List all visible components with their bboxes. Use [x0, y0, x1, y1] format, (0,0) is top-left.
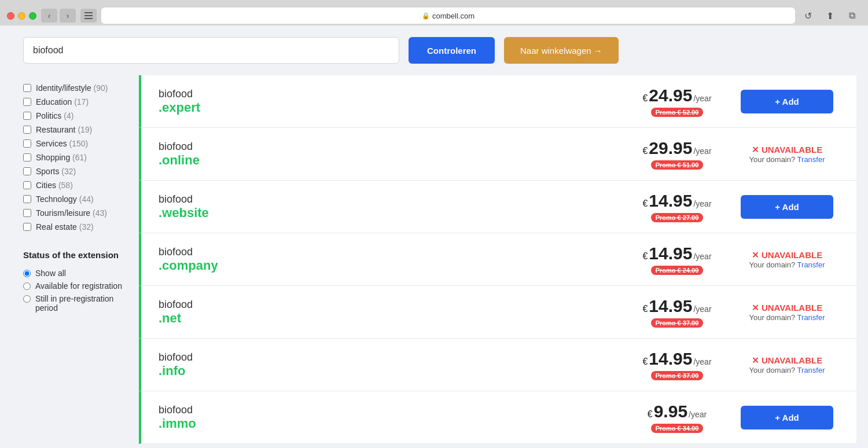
- currency-symbol: €: [642, 357, 648, 367]
- maximize-button[interactable]: [29, 12, 36, 20]
- filter-checkbox[interactable]: [23, 181, 31, 189]
- close-button[interactable]: [7, 12, 14, 20]
- domain-extension: .net: [159, 311, 181, 325]
- filter-item[interactable]: Identity/lifestyle (90): [23, 81, 127, 95]
- status-label: Available for registration: [35, 281, 122, 291]
- status-radio[interactable]: [23, 282, 31, 290]
- winkelwagen-button[interactable]: Naar winkelwagen →: [504, 37, 619, 64]
- url-text: combell.com: [432, 12, 475, 20]
- price-block: € 14.95 /year Promo € 37.00: [631, 349, 723, 380]
- status-radio-item[interactable]: Show all: [23, 267, 127, 280]
- filter-label: Education (17): [36, 97, 89, 107]
- promo-badge: Promo € 37.00: [651, 371, 704, 380]
- action-block: + Add: [735, 195, 839, 219]
- filter-checkbox[interactable]: [23, 112, 31, 120]
- filter-checkbox[interactable]: [23, 98, 31, 106]
- search-bar: Controleren Naar winkelwagen →: [0, 25, 868, 75]
- domain-list: biofood .expert € 24.95 /year Promo € 52…: [139, 75, 856, 444]
- filter-count: (32): [61, 167, 76, 176]
- filter-item[interactable]: Tourism/leisure (43): [23, 206, 127, 220]
- price-block: € 9.95 /year Promo € 34.00: [631, 402, 723, 433]
- status-label: Still in pre-registration period: [35, 294, 127, 313]
- svg-rect-2: [84, 18, 93, 19]
- price-line: € 14.95 /year: [642, 244, 711, 263]
- filter-checkbox[interactable]: [23, 209, 31, 217]
- status-radio-item[interactable]: Available for registration: [23, 280, 127, 292]
- add-button[interactable]: + Add: [741, 406, 833, 429]
- filter-item[interactable]: Shopping (61): [23, 150, 127, 164]
- price-amount: 14.95: [649, 349, 692, 369]
- price-block: € 14.95 /year Promo € 27.00: [631, 191, 723, 222]
- filter-label: Real estate (32): [36, 222, 94, 232]
- filter-checkbox[interactable]: [23, 195, 31, 203]
- status-title: Status of the extension: [23, 250, 127, 260]
- your-domain-text: Your domain? Transfer: [749, 313, 825, 322]
- filter-checkbox[interactable]: [23, 167, 31, 175]
- action-block: ✕ UNAVAILABLE Your domain? Transfer: [735, 250, 839, 269]
- currency-symbol: €: [648, 409, 653, 420]
- transfer-link[interactable]: Transfer: [797, 155, 825, 164]
- promo-badge: Promo € 51.00: [651, 160, 704, 170]
- domain-base: biofood: [159, 299, 193, 310]
- status-section: Status of the extension Show all Availab…: [23, 250, 127, 314]
- forward-button[interactable]: ›: [60, 9, 76, 23]
- domain-extension: .online: [159, 153, 200, 167]
- transfer-link[interactable]: Transfer: [797, 313, 825, 322]
- add-button[interactable]: + Add: [741, 90, 833, 113]
- back-button[interactable]: ‹: [41, 9, 57, 23]
- filter-checkbox[interactable]: [23, 126, 31, 134]
- price-period: /year: [693, 146, 711, 156]
- search-input[interactable]: [23, 37, 399, 64]
- price-line: € 14.95 /year: [642, 191, 711, 211]
- filter-checkbox[interactable]: [23, 84, 31, 92]
- share-button[interactable]: ⬆: [821, 9, 839, 23]
- filter-item[interactable]: Real estate (32): [23, 220, 127, 234]
- filter-count: (61): [72, 153, 87, 162]
- filter-categories: Identity/lifestyle (90) Education (17) P…: [23, 81, 127, 234]
- status-radio[interactable]: [23, 295, 31, 303]
- filter-item[interactable]: Services (150): [23, 137, 127, 150]
- add-button[interactable]: + Add: [741, 195, 833, 219]
- filter-item[interactable]: Education (17): [23, 95, 127, 109]
- address-bar[interactable]: 🔒 combell.com: [101, 8, 795, 24]
- action-block: + Add: [735, 90, 839, 113]
- your-domain-text: Your domain? Transfer: [749, 260, 825, 269]
- reload-button[interactable]: ↺: [800, 9, 816, 23]
- transfer-link[interactable]: Transfer: [797, 366, 825, 374]
- status-radio[interactable]: [23, 270, 31, 277]
- filter-count: (32): [79, 222, 94, 232]
- domain-row: biofood .immo € 9.95 /year Promo € 34.00…: [139, 391, 856, 444]
- filter-item[interactable]: Politics (4): [23, 109, 127, 123]
- svg-rect-1: [84, 15, 93, 16]
- filter-checkbox[interactable]: [23, 139, 31, 148]
- main-layout: Identity/lifestyle (90) Education (17) P…: [0, 75, 868, 448]
- controleren-button[interactable]: Controleren: [409, 37, 495, 64]
- split-button[interactable]: ⧉: [843, 9, 861, 23]
- price-block: € 24.95 /year Promo € 52.00: [631, 86, 723, 117]
- your-domain-text: Your domain? Transfer: [749, 155, 825, 164]
- minimize-button[interactable]: [18, 12, 25, 20]
- promo-badge: Promo € 34.00: [651, 424, 704, 433]
- status-radio-item[interactable]: Still in pre-registration period: [23, 292, 127, 314]
- filter-item[interactable]: Restaurant (19): [23, 123, 127, 137]
- domain-base: biofood: [159, 351, 193, 363]
- filter-item[interactable]: Technology (44): [23, 192, 127, 206]
- transfer-link[interactable]: Transfer: [797, 260, 825, 269]
- currency-symbol: €: [642, 146, 648, 156]
- domain-extension: .company: [159, 258, 218, 273]
- domain-extension: .website: [159, 205, 209, 220]
- status-label: Show all: [35, 269, 66, 278]
- filter-checkbox[interactable]: [23, 153, 31, 161]
- filter-item[interactable]: Sports (32): [23, 164, 127, 178]
- filter-checkbox[interactable]: [23, 223, 31, 231]
- domain-name-block: biofood .expert: [159, 88, 619, 115]
- filter-item[interactable]: Cities (58): [23, 178, 127, 192]
- domain-name-block: biofood .online: [159, 141, 619, 168]
- domain-name-block: biofood .website: [159, 193, 619, 221]
- domain-row: biofood .info € 14.95 /year Promo € 37.0…: [139, 339, 856, 391]
- domain-base: biofood: [159, 141, 193, 152]
- sidebar-toggle-button[interactable]: [80, 9, 97, 23]
- price-block: € 14.95 /year Promo € 37.00: [631, 296, 723, 328]
- filter-label: Sports (32): [36, 167, 76, 176]
- action-block: ✕ UNAVAILABLE Your domain? Transfer: [735, 355, 839, 374]
